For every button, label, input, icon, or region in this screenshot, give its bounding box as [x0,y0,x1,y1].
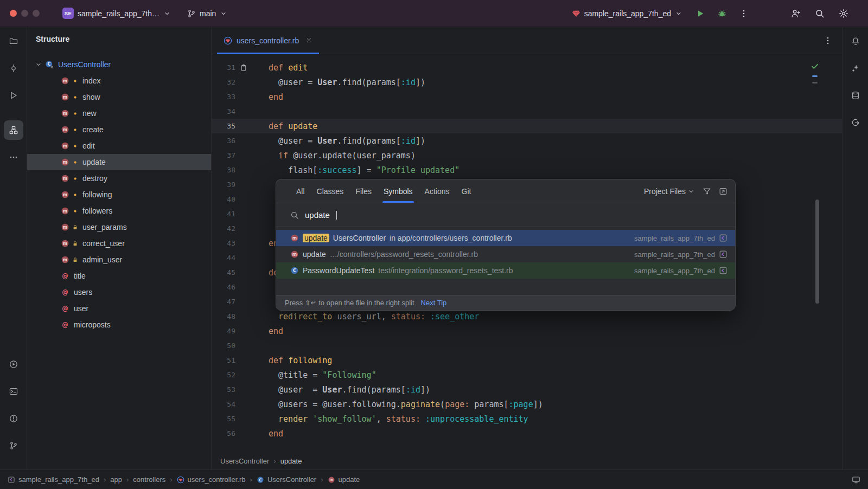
code-line-34[interactable]: 34 [212,104,842,119]
code-line-51[interactable]: 51def following [212,353,842,368]
line-number[interactable]: 44 [212,254,235,262]
line-number[interactable]: 51 [212,356,235,364]
zoom-window-button[interactable] [33,10,40,17]
open-in-find-window-icon[interactable] [719,187,727,196]
search-tab-actions[interactable]: Actions [419,179,456,203]
structure-item-create[interactable]: mcreate [27,121,211,138]
code-line-37[interactable]: 37 if @user.update(user_params) [212,148,842,163]
code-line-49[interactable]: 49end [212,324,842,338]
line-number[interactable]: 56 [212,429,235,437]
tool-button-services[interactable] [4,355,23,374]
minimize-window-button[interactable] [21,10,28,17]
line-number[interactable]: 45 [212,268,235,276]
search-result-0[interactable]: mupdateUsersControllerin app/controllers… [276,230,735,246]
structure-item-following[interactable]: mfollowing [27,186,211,203]
breadcrumb-update[interactable]: update [280,457,302,465]
tool-button-structure[interactable] [4,120,23,140]
search-tab-files[interactable]: Files [349,179,378,203]
search-tab-git[interactable]: Git [456,179,477,203]
code-line-52[interactable]: 52 @title = "Following" [212,368,842,382]
tool-button-terminal[interactable] [4,382,23,401]
line-number[interactable]: 54 [212,400,235,408]
structure-item-new[interactable]: mnew [27,105,211,121]
debug-button[interactable] [714,5,730,22]
statusbar-crumb-sample_rails_app_7th_ed[interactable]: sample_rails_app_7th_ed [8,475,99,484]
tool-button-problems[interactable] [4,409,23,428]
tool-button-endpoints[interactable] [846,113,865,132]
line-number[interactable]: 31 [212,63,235,72]
tool-button-version-control[interactable] [4,436,23,455]
search-input[interactable]: update [276,203,735,227]
structure-item-user_params[interactable]: muser_params [27,219,211,235]
structure-item-update[interactable]: mupdate [27,154,211,170]
line-number[interactable]: 34 [212,107,235,115]
line-number[interactable]: 32 [212,78,235,86]
structure-item-destroy[interactable]: mdestroy [27,170,211,186]
tool-button-notifications[interactable] [846,31,865,51]
code-line-38[interactable]: 38 flash[:success] = "Profile updated" [212,163,842,177]
statusbar-crumb-controllers[interactable]: controllers [133,475,165,484]
line-number[interactable]: 52 [212,371,235,379]
structure-item-correct_user[interactable]: mcorrect_user [27,235,211,252]
code-line-56[interactable]: 56end [212,426,842,441]
line-number[interactable]: 47 [212,298,235,306]
code-line-35[interactable]: 35def update [212,119,842,133]
line-number[interactable]: 49 [212,327,235,335]
structure-item-show[interactable]: mshow [27,89,211,105]
line-number[interactable]: 39 [212,181,235,189]
structure-item-user[interactable]: @user [27,300,211,317]
structure-item-users[interactable]: @users [27,284,211,300]
project-widget[interactable]: SE sample_rails_app_7th… [58,5,175,22]
tab-users-controller[interactable]: users_controller.rb [217,27,319,54]
structure-root-userscontroller[interactable]: CUsersController [27,56,211,73]
code-line-55[interactable]: 55 render 'show_follow', status: :unproc… [212,411,842,426]
structure-item-admin_user[interactable]: madmin_user [27,252,211,268]
next-tip-link[interactable]: Next Tip [421,299,447,307]
code-line-54[interactable]: 54 @users = @user.following.paginate(pag… [212,397,842,411]
tool-button-ai-assistant[interactable] [846,59,865,78]
structure-item-microposts[interactable]: @microposts [27,317,211,333]
line-number[interactable]: 36 [212,137,235,145]
line-number[interactable]: 43 [212,239,235,247]
tool-button-database[interactable] [846,86,865,105]
close-window-button[interactable] [10,10,17,17]
structure-item-index[interactable]: mindex [27,73,211,89]
code-line-50[interactable]: 50 [212,338,842,353]
line-number[interactable]: 35 [212,122,235,130]
breadcrumb-UsersController[interactable]: UsersController [220,457,269,465]
branch-widget[interactable]: main [183,7,232,21]
line-number[interactable]: 53 [212,385,235,394]
statusbar-crumb-users_controller.rb[interactable]: users_controller.rb [177,475,246,484]
tool-button-run[interactable] [4,86,23,105]
line-number[interactable]: 37 [212,151,235,159]
code-line-48[interactable]: 48 redirect_to users_url, status: :see_o… [212,309,842,324]
line-number[interactable]: 55 [212,415,235,423]
structure-item-followers[interactable]: mfollowers [27,203,211,219]
code-line-31[interactable]: 31def edit [212,60,842,75]
filter-icon[interactable] [703,187,711,196]
code-line-33[interactable]: 33end [212,89,842,104]
structure-item-edit[interactable]: medit [27,138,211,154]
search-tab-classes[interactable]: Classes [311,179,350,203]
search-result-2[interactable]: CPasswordUpdateTesttest/integration/pass… [276,262,735,279]
editor-options-icon[interactable] [824,36,832,45]
search-everywhere-icon[interactable] [815,9,825,18]
line-number[interactable]: 48 [212,312,235,320]
statusbar-crumb-update[interactable]: mupdate [328,475,360,484]
status-widget-icon[interactable] [852,475,860,484]
tool-button-project[interactable] [4,31,23,51]
line-number[interactable]: 41 [212,210,235,218]
code-line-32[interactable]: 32 @user = User.find(params[:id]) [212,75,842,89]
line-number[interactable]: 40 [212,195,235,203]
code-with-me-icon[interactable] [791,9,801,18]
run-button[interactable] [692,5,709,22]
statusbar-crumb-UsersController[interactable]: CUsersController [257,475,316,484]
line-number[interactable]: 42 [212,224,235,233]
line-number[interactable]: 46 [212,283,235,291]
close-tab-icon[interactable] [305,37,312,44]
settings-gear-icon[interactable] [839,9,848,18]
inspections-widget[interactable] [810,62,819,83]
search-tab-symbols[interactable]: Symbols [378,179,419,203]
run-configuration-widget[interactable]: sample_rails_app_7th_ed [567,7,687,21]
search-result-1[interactable]: mupdate…/controllers/password_resets_con… [276,246,735,262]
